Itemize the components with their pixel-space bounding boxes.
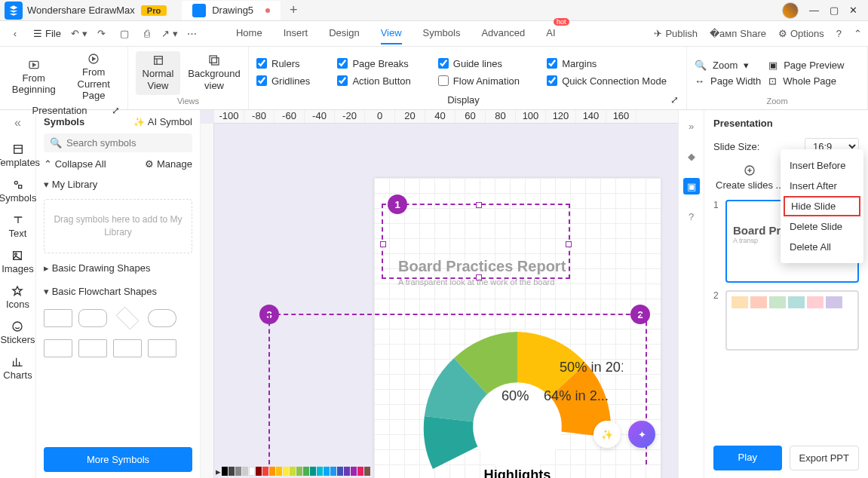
svg-marker-13 (13, 286, 22, 295)
help-button[interactable]: ? (836, 28, 842, 39)
ctx-insert-after[interactable]: Insert After (781, 176, 863, 196)
document-tab[interactable]: Drawing5 (182, 1, 281, 20)
ctx-hide-slide[interactable]: Hide Slide (784, 196, 860, 216)
manage-button[interactable]: ⚙ Manage (145, 158, 192, 170)
tab-advanced[interactable]: Advanced (481, 23, 525, 44)
collapse-ribbon[interactable]: ⌃ (854, 28, 862, 39)
close-button[interactable]: ✕ (849, 5, 857, 16)
tab-insert[interactable]: Insert (284, 23, 308, 44)
rail-templates[interactable]: Templates (0, 143, 40, 168)
dropzone[interactable]: Drag symbols here to add to My Library (44, 199, 192, 253)
theme-icon[interactable]: ◆ (683, 148, 700, 164)
context-menu: Insert Before Insert After Hide Slide De… (781, 149, 863, 263)
svg-text:50% in 2014: 50% in 2014 (560, 360, 623, 375)
ai-symbol-button[interactable]: ✨ AI Symbol (133, 116, 192, 127)
from-current-button[interactable]: From Current Page (68, 50, 121, 105)
more-symbols-button[interactable]: More Symbols (44, 447, 192, 472)
expand-right[interactable]: » (683, 118, 700, 134)
zoom-button[interactable]: 🔍 Zoom▾ (695, 60, 761, 71)
shape-data[interactable] (78, 339, 107, 357)
shape-roundrect[interactable] (78, 309, 107, 327)
print-icon[interactable]: ⎙ (138, 25, 156, 43)
rail-charts[interactable]: Charts (3, 356, 32, 381)
search-symbols[interactable]: 🔍 (44, 133, 192, 152)
create-slides-1[interactable]: Create slides ... (716, 164, 784, 191)
pagewidth-button[interactable]: ↔ Page Width (695, 75, 761, 87)
svg-rect-7 (14, 146, 22, 154)
rail-stickers[interactable]: Stickers (0, 320, 35, 345)
svg-rect-6 (212, 58, 219, 65)
maximize-button[interactable]: ▢ (830, 5, 839, 16)
presentation-title: Presentation (713, 118, 859, 129)
ruler-horizontal: -100-80-60-40-20020406080100120140160 (214, 110, 678, 124)
svg-point-9 (14, 181, 17, 184)
canvas[interactable]: -100-80-60-40-20020406080100120140160 1 … (201, 110, 678, 478)
rail-text[interactable]: Text (9, 214, 27, 239)
options-button[interactable]: ⚙ Options (778, 28, 824, 39)
ctx-delete-all[interactable]: Delete All (781, 237, 863, 257)
from-beginning-button[interactable]: From Beginning (8, 56, 60, 99)
rulers-checkbox[interactable]: Rulers (256, 58, 322, 69)
share-button[interactable]: �амп Share (710, 28, 766, 39)
section-mylibrary[interactable]: ▾ My Library (44, 176, 192, 193)
guide-line-h (268, 314, 646, 315)
play-button[interactable]: Play (713, 446, 782, 470)
new-tab-button[interactable]: + (290, 2, 298, 18)
shape-process[interactable] (44, 339, 72, 357)
publish-button[interactable]: ✈ Publish (654, 28, 698, 39)
export-ppt-button[interactable]: Export PPT (790, 446, 860, 470)
tab-design[interactable]: Design (329, 23, 359, 44)
section-basic-shapes[interactable]: ▸ Basic Drawing Shapes (44, 259, 192, 277)
back-button[interactable]: ‹ (6, 25, 24, 43)
report-title[interactable]: Board Practices Report (398, 258, 566, 275)
user-avatar[interactable] (782, 2, 799, 19)
tab-symbols[interactable]: Symbols (423, 23, 461, 44)
section-flowchart-shapes[interactable]: ▾ Basic Flowchart Shapes (44, 283, 192, 300)
color-palette[interactable]: ▸ (216, 466, 663, 476)
doc-name: Drawing5 (212, 5, 253, 16)
rail-symbols[interactable]: Symbols (0, 179, 36, 204)
minimize-button[interactable]: — (809, 5, 819, 16)
flowanim-checkbox[interactable]: Flow Animation (438, 75, 532, 87)
ctx-insert-before[interactable]: Insert Before (781, 155, 863, 176)
pagepreview-button[interactable]: ▣ Page Preview (768, 60, 844, 71)
background-view-button[interactable]: Background view (188, 51, 241, 94)
shape-rect[interactable] (44, 309, 72, 327)
rail-icons[interactable]: Icons (6, 285, 29, 310)
fab-ai[interactable]: ✦ (628, 421, 655, 448)
redo-button[interactable]: ↷ (93, 25, 111, 43)
shape-terminator[interactable] (148, 309, 176, 327)
marker-1[interactable]: 1 (388, 195, 407, 214)
normal-view-button[interactable]: Normal View (136, 51, 180, 94)
shape-diamond[interactable] (116, 306, 140, 329)
shape-predefined[interactable] (113, 339, 142, 357)
guidelines-checkbox[interactable]: Guide lines (438, 58, 532, 69)
gridlines-checkbox[interactable]: Gridlines (256, 75, 322, 87)
quickconn-checkbox[interactable]: Quick Connection Mode (547, 75, 679, 87)
presentation-icon[interactable]: ▣ (683, 178, 700, 195)
pie-chart[interactable]: Highlights 60% 64% in 2... 50% in 2014 (412, 321, 623, 478)
more-icon[interactable]: ⋯ (183, 25, 201, 43)
undo-button[interactable]: ↶ ▾ (70, 25, 88, 43)
fab-sparkle[interactable]: ✨ (593, 421, 621, 448)
slide-thumb-2[interactable] (725, 290, 859, 351)
svg-rect-10 (18, 185, 21, 188)
pagebreaks-checkbox[interactable]: Page Breaks (337, 58, 422, 69)
shape-document[interactable] (148, 339, 176, 357)
export-icon[interactable]: ↗ ▾ (161, 25, 179, 43)
search-input[interactable] (66, 137, 193, 149)
tab-view[interactable]: View (381, 23, 402, 44)
tab-ai[interactable]: AI (546, 23, 555, 44)
rail-images[interactable]: Images (2, 250, 34, 274)
wholepage-button[interactable]: ⊡ Whole Page (768, 75, 844, 87)
actionbutton-checkbox[interactable]: Action Button (337, 75, 422, 87)
save-icon[interactable]: ▢ (115, 25, 133, 43)
svg-point-14 (13, 322, 22, 331)
collapse-all[interactable]: ⌃ Collapse All (44, 158, 106, 170)
ctx-delete-slide[interactable]: Delete Slide (781, 216, 863, 237)
file-menu[interactable]: ☰ File (29, 26, 66, 41)
tab-home[interactable]: Home (236, 23, 262, 44)
report-subtitle[interactable]: A transparent look at the work of the bo… (398, 277, 554, 286)
help-icon[interactable]: ? (683, 208, 700, 225)
margins-checkbox[interactable]: Margins (547, 58, 679, 69)
